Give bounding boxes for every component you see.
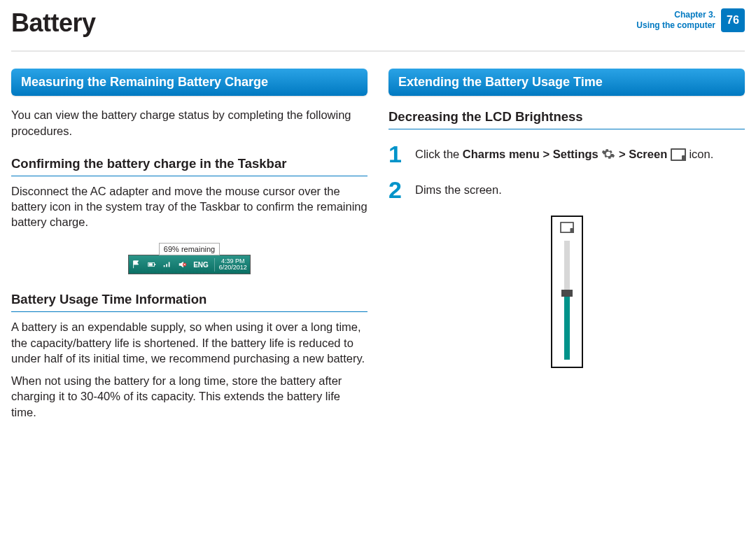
step-number-2: 2 xyxy=(388,179,405,201)
svg-rect-2 xyxy=(149,264,153,267)
flag-icon xyxy=(132,260,141,269)
sub-decrease-brightness: Decreasing the LCD Brightness xyxy=(388,108,745,129)
page-header: Battery Chapter 3. Using the computer 76 xyxy=(11,8,745,38)
screen-icon xyxy=(671,148,686,161)
step1-mid: > xyxy=(615,148,629,160)
step1-post: icon. xyxy=(686,148,713,160)
volume-muted-icon xyxy=(178,260,188,269)
step1-screen-bold: Screen xyxy=(629,148,671,160)
step1-charms-bold: Charms menu > Settings xyxy=(463,148,602,160)
brightness-fill xyxy=(564,295,570,360)
content-columns: Measuring the Remaining Battery Charge Y… xyxy=(11,69,745,425)
step-2: 2 Dims the screen. xyxy=(388,179,745,201)
sub-confirm-taskbar: Confirming the battery charge in the Tas… xyxy=(11,155,368,176)
taskbar-clock: 4:39 PM 6/20/2012 xyxy=(214,258,247,271)
page-title: Battery xyxy=(11,8,96,38)
section-header-left: Measuring the Remaining Battery Charge xyxy=(11,69,368,96)
chapter-label: Chapter 3. Using the computer xyxy=(636,10,715,31)
brightness-panel xyxy=(551,216,583,368)
brightness-thumb[interactable] xyxy=(561,290,573,297)
page-number-badge: 76 xyxy=(721,8,745,32)
usage-para1: A battery is an expendable supply, so wh… xyxy=(11,319,368,366)
taskbar-figure: 69% remaining ENG xyxy=(11,243,368,275)
battery-icon xyxy=(147,260,157,269)
brightness-figure xyxy=(388,216,745,368)
taskbar-strip: ENG 4:39 PM 6/20/2012 xyxy=(128,255,251,274)
step-number-1: 1 xyxy=(388,143,405,165)
section-header-right: Extending the Battery Usage Time xyxy=(388,69,745,96)
chapter-line1: Chapter 3. xyxy=(636,10,715,20)
step1-pre: Click the xyxy=(415,148,463,160)
language-indicator: ENG xyxy=(193,260,209,270)
battery-tooltip: 69% remaining xyxy=(159,243,220,256)
left-column: Measuring the Remaining Battery Charge Y… xyxy=(11,69,368,425)
taskbar-date: 6/20/2012 xyxy=(219,265,247,271)
chapter-box: Chapter 3. Using the computer 76 xyxy=(636,8,745,32)
usage-para2: When not using the battery for a long ti… xyxy=(11,373,368,420)
sub-usage-info: Battery Usage Time Information xyxy=(11,291,368,312)
brightness-screen-icon xyxy=(560,222,574,233)
left-intro: You can view the battery charge status b… xyxy=(11,107,368,139)
step-1: 1 Click the Charms menu > Settings > Scr… xyxy=(388,143,745,165)
svg-rect-1 xyxy=(155,265,156,266)
gear-icon xyxy=(601,147,615,161)
sub-confirm-para: Disconnect the AC adapter and move the m… xyxy=(11,183,368,230)
step-2-body: Dims the screen. xyxy=(415,179,502,197)
network-icon xyxy=(162,260,172,269)
step-1-body: Click the Charms menu > Settings > Scree… xyxy=(415,143,713,162)
header-divider xyxy=(11,50,745,52)
brightness-slider[interactable] xyxy=(564,241,570,360)
right-column: Extending the Battery Usage Time Decreas… xyxy=(388,69,745,425)
chapter-line2: Using the computer xyxy=(636,20,715,31)
